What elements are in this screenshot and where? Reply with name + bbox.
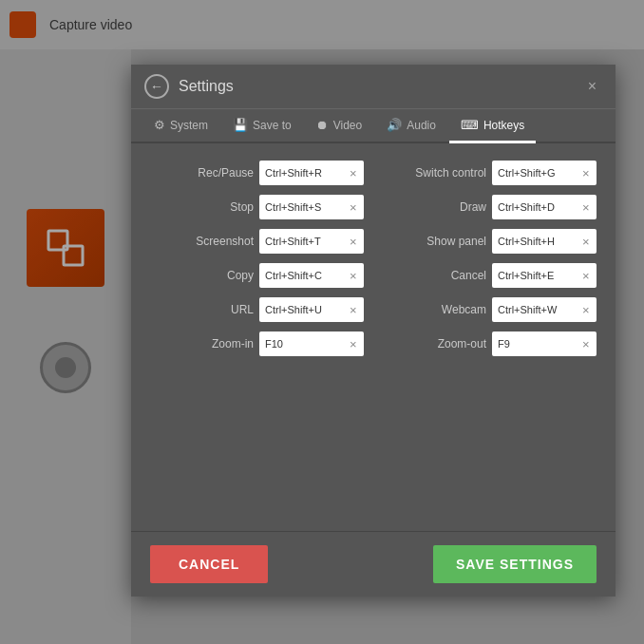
hotkey-input[interactable] — [259, 263, 345, 288]
hotkey-clear-button[interactable]: × — [578, 195, 595, 219]
hotkey-input-wrap: × — [259, 331, 364, 356]
tab-saveto-label: Save to — [253, 119, 292, 132]
cancel-button[interactable]: CANCEL — [150, 545, 268, 583]
modal-titlebar: ← Settings × — [131, 65, 616, 109]
hotkey-input[interactable] — [492, 297, 578, 322]
hotkey-label: Stop — [230, 200, 254, 214]
system-icon: ⚙ — [154, 118, 165, 132]
hotkey-row-left-3: Copy × — [150, 263, 364, 288]
hotkey-input-wrap: × — [492, 229, 597, 254]
hotkey-clear-button[interactable]: × — [578, 229, 595, 254]
tab-video-label: Video — [333, 119, 362, 132]
hotkey-input-wrap: × — [492, 297, 597, 322]
hotkey-label: Switch control — [415, 166, 486, 180]
hotkey-input[interactable] — [492, 229, 578, 254]
hotkeys-grid: Rec/Pause × Switch control × Stop × Dr — [150, 161, 597, 356]
modal-content: Rec/Pause × Switch control × Stop × Dr — [131, 143, 616, 531]
hotkey-label: Screenshot — [196, 235, 254, 248]
hotkey-row-right-2: Show panel × — [383, 229, 597, 254]
hotkey-label: Webcam — [442, 303, 486, 316]
hotkey-input[interactable] — [492, 331, 578, 356]
hotkey-input[interactable] — [259, 331, 345, 356]
hotkey-clear-button[interactable]: × — [578, 263, 595, 288]
hotkey-input-wrap: × — [259, 263, 364, 288]
hotkey-input[interactable] — [259, 161, 345, 185]
hotkey-input-wrap: × — [259, 229, 364, 254]
hotkey-clear-button[interactable]: × — [578, 297, 595, 322]
hotkey-row-right-1: Draw × — [383, 195, 597, 219]
tab-video[interactable]: ⏺ Video — [305, 109, 373, 143]
hotkey-clear-button[interactable]: × — [578, 331, 595, 356]
hotkey-input-wrap: × — [492, 331, 597, 356]
modal-footer: CANCEL SAVE SETTINGS — [131, 531, 616, 597]
hotkey-label: Cancel — [451, 269, 486, 282]
hotkey-input-wrap: × — [259, 195, 364, 219]
hotkey-input-wrap: × — [492, 263, 597, 288]
video-icon: ⏺ — [316, 118, 329, 132]
hotkey-label: Zoom-in — [212, 337, 254, 350]
hotkey-clear-button[interactable]: × — [345, 331, 362, 356]
tab-audio-label: Audio — [407, 119, 436, 132]
hotkey-clear-button[interactable]: × — [345, 297, 362, 322]
hotkey-label: Copy — [227, 269, 254, 282]
hotkey-input-wrap: × — [259, 297, 364, 322]
tab-saveto[interactable]: 💾 Save to — [221, 109, 303, 143]
hotkey-label: Draw — [460, 200, 486, 214]
close-button[interactable]: × — [582, 76, 602, 97]
hotkey-label: URL — [231, 303, 254, 316]
modal-title: Settings — [179, 78, 234, 95]
tab-hotkeys[interactable]: ⌨ Hotkeys — [449, 109, 536, 143]
hotkey-clear-button[interactable]: × — [345, 195, 362, 219]
hotkey-input[interactable] — [492, 263, 578, 288]
tab-system[interactable]: ⚙ System — [142, 109, 219, 143]
tab-hotkeys-label: Hotkeys — [483, 119, 524, 132]
hotkey-clear-button[interactable]: × — [345, 229, 362, 254]
hotkey-label: Show panel — [426, 235, 486, 248]
tabs-row: ⚙ System 💾 Save to ⏺ Video 🔊 Audio ⌨ Hot… — [131, 109, 616, 143]
hotkey-input-wrap: × — [492, 195, 597, 219]
hotkey-input[interactable] — [259, 229, 345, 254]
hotkey-input-wrap: × — [492, 161, 597, 185]
settings-modal: ← Settings × ⚙ System 💾 Save to ⏺ Video … — [131, 65, 616, 597]
audio-icon: 🔊 — [387, 118, 402, 132]
hotkey-label: Rec/Pause — [198, 166, 254, 180]
hotkey-row-right-3: Cancel × — [383, 263, 597, 288]
hotkey-row-right-5: Zoom-out × — [383, 331, 597, 356]
hotkey-row-left-5: Zoom-in × — [150, 331, 364, 356]
hotkey-clear-button[interactable]: × — [578, 161, 595, 185]
hotkey-clear-button[interactable]: × — [345, 161, 362, 185]
back-icon: ← — [150, 79, 163, 94]
hotkey-row-left-2: Screenshot × — [150, 229, 364, 254]
save-button[interactable]: SAVE SETTINGS — [433, 545, 597, 583]
close-icon: × — [588, 78, 597, 94]
hotkey-clear-button[interactable]: × — [345, 263, 362, 288]
back-button[interactable]: ← — [144, 74, 169, 99]
hotkey-input[interactable] — [492, 161, 578, 185]
hotkey-row-right-0: Switch control × — [383, 161, 597, 185]
saveto-icon: 💾 — [233, 118, 248, 132]
hotkey-input[interactable] — [492, 195, 578, 219]
tab-system-label: System — [170, 119, 208, 132]
hotkey-label: Zoom-out — [438, 337, 486, 350]
hotkey-input-wrap: × — [259, 161, 364, 185]
tab-audio[interactable]: 🔊 Audio — [375, 109, 447, 143]
hotkey-input[interactable] — [259, 297, 345, 322]
hotkey-row-left-1: Stop × — [150, 195, 364, 219]
hotkey-row-right-4: Webcam × — [383, 297, 597, 322]
hotkey-input[interactable] — [259, 195, 345, 219]
hotkey-row-left-0: Rec/Pause × — [150, 161, 364, 185]
hotkey-row-left-4: URL × — [150, 297, 364, 322]
titlebar-left: ← Settings — [144, 74, 234, 99]
hotkeys-icon: ⌨ — [461, 118, 479, 132]
